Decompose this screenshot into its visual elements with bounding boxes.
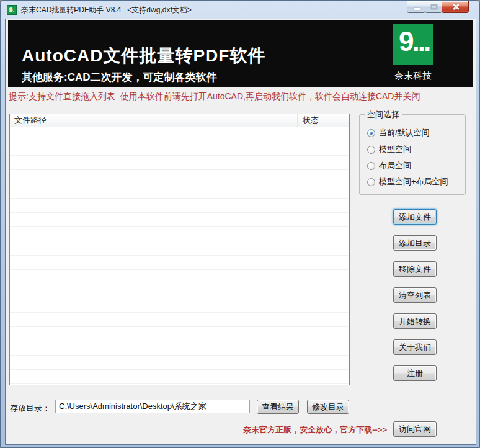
- column-header-filepath[interactable]: 文件路径: [10, 114, 297, 127]
- column-divider: [298, 127, 298, 385]
- app-headline: AutoCAD文件批量转PDF软件: [22, 44, 265, 68]
- file-list[interactable]: 文件路径 状态: [9, 114, 350, 385]
- window-controls: [407, 1, 469, 13]
- visit-website-button[interactable]: 访问官网: [393, 421, 437, 437]
- add-file-button[interactable]: 添加文件: [393, 209, 437, 225]
- radio-label: 当前/默认空间: [379, 127, 430, 138]
- header-banner: AutoCAD文件批量转PDF软件 其他服务:CAD二次开发，可定制各类软件 9…: [8, 20, 473, 87]
- modify-directory-button[interactable]: 修改目录: [307, 400, 349, 414]
- maximize-button[interactable]: [425, 1, 442, 13]
- minimize-button[interactable]: [407, 1, 425, 13]
- space-select-group: 空间选择 当前/默认空间 模型空间 布局空间 模型空间+布局空间: [359, 114, 466, 195]
- titlebar[interactable]: 9. 奈末CAD批量转PDF助手 V8.4 <支持dwg,dxf文档>: [1, 1, 479, 19]
- close-button[interactable]: [442, 1, 469, 13]
- official-download-promo: 奈末官方正版，安全放心，官方下载-->>: [243, 424, 387, 436]
- app-window: 9. 奈末CAD批量转PDF助手 V8.4 <支持dwg,dxf文档> Auto…: [0, 0, 480, 448]
- file-list-body[interactable]: [10, 127, 349, 385]
- radio-icon: [367, 162, 375, 170]
- output-dir-input[interactable]: [55, 400, 250, 413]
- start-convert-button[interactable]: 开始转换: [393, 313, 437, 329]
- radio-icon: [367, 129, 375, 137]
- radio-label: 布局空间: [379, 160, 411, 171]
- radio-layout-space[interactable]: 布局空间: [367, 161, 411, 171]
- register-button[interactable]: 注册: [393, 365, 437, 381]
- window-title: 奈末CAD批量转PDF助手 V8.4 <支持dwg,dxf文档>: [21, 1, 192, 19]
- radio-icon: [367, 146, 375, 154]
- radio-model-space[interactable]: 模型空间: [367, 145, 411, 155]
- radio-icon: [367, 178, 375, 186]
- radio-label: 模型空间+布局空间: [379, 176, 448, 187]
- radio-label: 模型空间: [379, 144, 411, 155]
- remove-file-button[interactable]: 移除文件: [393, 261, 437, 277]
- radio-model-plus-layout-space[interactable]: 模型空间+布局空间: [367, 177, 448, 187]
- app-subheadline: 其他服务:CAD二次开发，可定制各类软件: [22, 70, 217, 84]
- app-logo-icon: 9.: [7, 5, 17, 15]
- column-header-status[interactable]: 状态: [297, 114, 349, 127]
- brand-name: 奈末科技: [391, 70, 435, 82]
- about-us-button[interactable]: 关于我们: [393, 339, 437, 355]
- file-list-header: 文件路径 状态: [10, 114, 349, 127]
- client-area: AutoCAD文件批量转PDF软件 其他服务:CAD二次开发，可定制各类软件 9…: [5, 19, 476, 445]
- maximize-icon: [431, 4, 437, 9]
- output-dir-label: 存放目录：: [10, 403, 50, 414]
- close-icon: [453, 4, 459, 10]
- radio-current-default-space[interactable]: 当前/默认空间: [367, 128, 430, 138]
- add-directory-button[interactable]: 添加目录: [393, 235, 437, 251]
- minimize-icon: [414, 8, 420, 10]
- usage-tip: 提示:支持文件直接拖入列表 使用本软件前请先打开AutoCAD,再启动我们软件，…: [9, 91, 420, 102]
- view-result-button[interactable]: 查看结果: [257, 400, 299, 414]
- brand-logo-icon: 9...: [393, 24, 433, 65]
- clear-list-button[interactable]: 清空列表: [393, 287, 437, 303]
- group-title: 空间选择: [365, 109, 402, 120]
